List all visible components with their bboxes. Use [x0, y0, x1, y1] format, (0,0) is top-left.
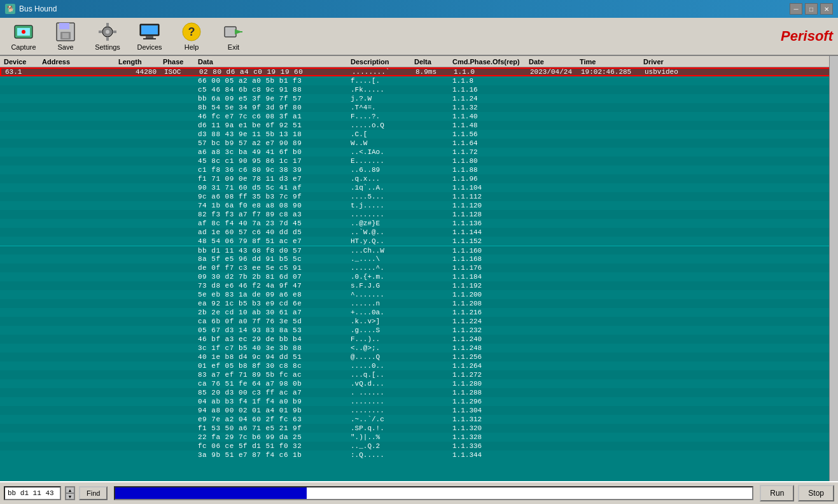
table-row[interactable]: 01 ef 05 b8 8f 30 c8 8c .....0.. 1.1.264: [0, 361, 838, 370]
settings-button[interactable]: Settings: [89, 20, 126, 53]
col-header-device: Device: [1, 58, 39, 66]
stop-button[interactable]: Stop: [798, 485, 834, 501]
table-row[interactable]: 8b 54 5e 34 9f 3d 9f 80 .T^4=. 1.1.32: [0, 103, 838, 112]
row-data: 66 00 05 a2 a0 5b b1 f3: [195, 77, 348, 85]
row-description: .._.Q.2: [348, 442, 412, 450]
table-row[interactable]: bb 6a 09 e5 3f 9e 7f 57 j.?.W 1.1.24: [0, 94, 838, 103]
table-row[interactable]: c5 46 84 6b c8 9c 91 88 .Fk..... 1.1.16: [0, 85, 838, 94]
settings-icon: [97, 22, 118, 42]
table-row[interactable]: 3c 1f c7 b5 40 3e 3b 88 <..@>;. 1.1.248: [0, 344, 838, 353]
row-data: 05 67 d3 14 93 83 8a 53: [195, 326, 348, 334]
table-row[interactable]: 66 00 05 a2 a0 5b b1 f3 f....[. 1.1.8: [0, 76, 838, 85]
row-description: .vQ.d...: [348, 380, 412, 388]
table-row[interactable]: d6 11 9a e1 be 6f 92 51 .....o.Q 1.1.48: [0, 121, 838, 130]
table-row[interactable]: fc 06 ce 5f d1 51 f0 32 .._.Q.2 1.1.336: [0, 442, 838, 451]
run-button[interactable]: Run: [760, 485, 794, 501]
table-row[interactable]: 48 54 06 79 8f 51 ac e7 HT.y.Q.. 1.1.152: [0, 237, 838, 246]
table-row[interactable]: 85 20 d3 00 c3 ff ac a7 . ...... 1.1.288: [0, 388, 838, 397]
row-description: ..`W.@..: [348, 228, 412, 236]
svg-rect-15: [146, 36, 153, 38]
help-button[interactable]: ? Help: [173, 20, 210, 53]
title-bar-controls[interactable]: ─ □ ✕: [790, 3, 833, 15]
capture-button[interactable]: Capture: [5, 20, 42, 53]
row-cmd-phase: 1.1.128: [450, 211, 526, 218]
row-data: 22 fa 29 7c b6 99 da 25: [195, 433, 348, 441]
row-data: 73 d8 e6 46 f2 4a 9f 47: [195, 282, 348, 290]
row-data: fc 06 ce 5f d1 51 f0 32: [195, 442, 348, 450]
table-row[interactable]: 09 30 d2 7b 2b 81 6d 07 .0.{+.m. 1.1.184: [0, 272, 838, 281]
selected-row[interactable]: 63.1 44280 ISOC 02 80 d6 a4 c0 19 19 60 …: [0, 67, 838, 76]
row-description: ........: [348, 407, 412, 414]
table-row[interactable]: 3a 9b 51 e7 87 f4 c6 1b :.Q..... 1.1.344: [0, 451, 838, 459]
table-row[interactable]: 57 bc b9 57 a2 e7 90 89 W..W 1.1.64: [0, 139, 838, 148]
table-row[interactable]: 46 fc e7 7c c6 08 3f a1 F....?. 1.1.40: [0, 112, 838, 121]
devices-button[interactable]: Devices: [131, 20, 168, 53]
row-cmd-phase: 1.1.72: [450, 148, 526, 156]
table-row[interactable]: 5e eb 83 1a de 09 a6 e8 ^....... 1.1.200: [0, 290, 838, 299]
quantity-stepper[interactable]: ▲ ▼: [65, 486, 75, 500]
table-row[interactable]: ad 1e 60 57 c6 40 dd d5 ..`W.@.. 1.1.144: [0, 228, 838, 237]
exit-label: Exit: [228, 43, 239, 51]
row-data: de 0f f7 c3 ee 5e c5 91: [195, 264, 348, 272]
col-header-driver: Driver: [641, 58, 692, 66]
table-row[interactable]: a6 a8 3c ba 49 41 6f b0 ..<.IAo. 1.1.72: [0, 148, 838, 157]
save-label: Save: [57, 43, 73, 51]
table-row[interactable]: ea 92 1c b5 b3 e9 cd 6e ......n 1.1.208: [0, 299, 838, 308]
row-data: 85 20 d3 00 c3 ff ac a7: [195, 389, 348, 396]
table-row[interactable]: bb d1 11 43 68 f8 d0 57 ...Ch..W 1.1.160: [0, 246, 838, 255]
row-cmd-phase: 1.1.344: [450, 451, 526, 459]
exit-button[interactable]: Exit: [215, 20, 252, 53]
selected-time: 19:02:46.285: [578, 68, 642, 76]
table-row[interactable]: e9 7e a2 04 60 2f fc 63 .~..`/.c 1.1.312: [0, 415, 838, 424]
table-row[interactable]: ca 6b 0f a0 7f 76 3e 5d .k..v>] 1.1.224: [0, 317, 838, 326]
vertical-scrollbar[interactable]: [829, 56, 838, 481]
table-row[interactable]: 04 ab b3 f4 1f f4 a0 b9 ........ 1.1.296: [0, 397, 838, 406]
row-data: f1 53 50 a6 71 e5 21 9f: [195, 424, 348, 432]
stepper-up[interactable]: ▲: [66, 487, 74, 493]
find-button[interactable]: Find: [79, 486, 108, 500]
table-row[interactable]: 73 d8 e6 46 f2 4a 9f 47 s.F.J.G 1.1.192: [0, 281, 838, 290]
table-row[interactable]: 40 1e b8 d4 9c 94 dd 51 @.....Q 1.1.256: [0, 353, 838, 361]
table-row[interactable]: d3 88 43 9e 11 5b 13 18 .C.[ 1.1.56: [0, 130, 838, 139]
table-row[interactable]: ca 76 51 fe 64 a7 98 0b .vQ.d... 1.1.280: [0, 379, 838, 388]
table-row[interactable]: 82 f3 f3 a7 f7 89 c8 a3 ........ 1.1.128: [0, 210, 838, 219]
table-row[interactable]: c1 f8 36 c6 80 9c 38 39 ..6..89 1.1.88: [0, 165, 838, 174]
row-description: W..W: [348, 139, 412, 147]
table-row[interactable]: 05 67 d3 14 93 83 8a 53 .g....S 1.1.232: [0, 326, 838, 335]
search-input[interactable]: [4, 486, 61, 500]
data-area[interactable]: 63.1 44280 ISOC 02 80 d6 a4 c0 19 19 60 …: [0, 67, 838, 481]
stepper-down[interactable]: ▼: [66, 493, 74, 500]
row-cmd-phase: 1.1.16: [450, 86, 526, 94]
close-button[interactable]: ✕: [820, 3, 833, 15]
table-row[interactable]: 45 8c c1 90 95 86 1c 17 E....... 1.1.80: [0, 157, 838, 165]
table-row[interactable]: af 8c f4 40 7a 23 7d 45 ..@z#}E 1.1.136: [0, 219, 838, 228]
table-row[interactable]: de 0f f7 c3 ee 5e c5 91 ......^. 1.1.176: [0, 263, 838, 272]
table-row[interactable]: f1 71 09 0e 78 11 d3 e7 .q.x... 1.1.96: [0, 174, 838, 183]
table-row[interactable]: 90 31 71 60 d5 5c 41 af .1q`..A. 1.1.104: [0, 183, 838, 192]
minimize-button[interactable]: ─: [790, 3, 802, 15]
row-data: 48 54 06 79 8f 51 ac e7: [195, 237, 348, 245]
selected-date: 2023/04/24: [527, 68, 578, 76]
row-description: +....0a.: [348, 309, 412, 316]
table-row[interactable]: 46 bf a3 ec 29 de bb b4 F...).. 1.1.240: [0, 335, 838, 344]
row-description: ..@z#}E: [348, 220, 412, 227]
table-row[interactable]: f1 53 50 a6 71 e5 21 9f .SP.q.!. 1.1.320: [0, 424, 838, 433]
row-cmd-phase: 1.1.264: [450, 362, 526, 370]
row-cmd-phase: 1.1.232: [450, 326, 526, 334]
table-row[interactable]: 9c a6 08 ff 35 b3 7c 9f ....5... 1.1.112: [0, 192, 838, 201]
progress-bar-fill: [115, 487, 306, 499]
row-description: ......^.: [348, 264, 412, 272]
row-data: bb d1 11 43 68 f8 d0 57: [195, 247, 348, 255]
row-data: 57 bc b9 57 a2 e7 90 89: [195, 139, 348, 147]
table-row[interactable]: 74 1b 6a f0 e8 a8 08 90 t.j..... 1.1.120: [0, 201, 838, 210]
row-cmd-phase: 1.1.152: [450, 237, 526, 245]
maximize-button[interactable]: □: [805, 3, 818, 15]
row-data: c1 f8 36 c6 80 9c 38 39: [195, 166, 348, 174]
table-row[interactable]: 94 a8 00 02 01 a4 01 9b ........ 1.1.304: [0, 406, 838, 415]
table-row[interactable]: 2b 2e cd 10 ab 30 61 a7 +....0a. 1.1.216: [0, 308, 838, 317]
table-row[interactable]: 22 fa 29 7c b6 99 da 25 ".)|..% 1.1.328: [0, 433, 838, 442]
row-data: 3c 1f c7 b5 40 3e 3b 88: [195, 344, 348, 352]
save-button[interactable]: Save: [47, 20, 84, 53]
table-row[interactable]: 8a 5f e5 96 dd 91 b5 5c ._....\ 1.1.168: [0, 255, 838, 263]
table-row[interactable]: 83 a7 ef 71 89 5b fc ac ...q.[.. 1.1.272: [0, 370, 838, 379]
